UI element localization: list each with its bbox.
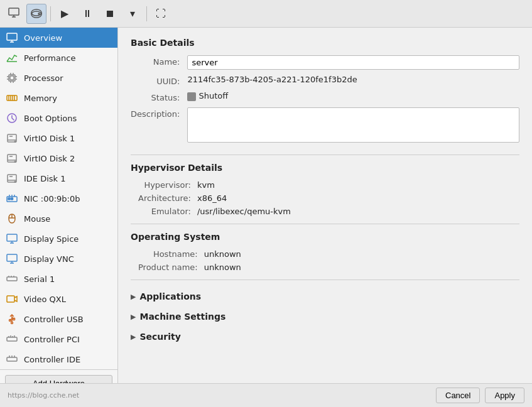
svg-rect-45: [11, 198, 13, 200]
fullscreen-icon: ⛶: [156, 8, 166, 19]
sidebar-item-memory[interactable]: Memory: [0, 88, 117, 108]
description-textarea[interactable]: [187, 107, 519, 143]
svg-point-30: [14, 141, 16, 143]
sidebar-item-label: Video QXL: [24, 295, 66, 304]
sidebar-item-display-vnc[interactable]: Display VNC: [0, 249, 117, 269]
boot-icon: [5, 111, 19, 125]
cancel-button[interactable]: Cancel: [436, 388, 480, 403]
disk-toolbar-button[interactable]: [26, 4, 46, 24]
pci-icon: [5, 332, 19, 346]
pause-toolbar-button[interactable]: ⏸: [77, 4, 97, 24]
fullscreen-toolbar-button[interactable]: ⛶: [151, 4, 171, 24]
svg-rect-70: [7, 357, 17, 361]
vm-toolbar-button[interactable]: [4, 4, 24, 24]
svg-rect-0: [9, 8, 19, 15]
sidebar-item-mouse[interactable]: Mouse: [0, 209, 117, 229]
sidebar-item-label: Display VNC: [24, 254, 74, 264]
sidebar-item-virtio-disk-2[interactable]: VirtIO Disk 2: [0, 148, 117, 168]
hypervisor-label: Hypervisor:: [138, 180, 191, 190]
status-label: Status:: [131, 91, 180, 102]
basic-details-title: Basic Details: [131, 38, 519, 48]
disk-icon: [5, 151, 19, 165]
hypervisor-value: kvm: [197, 180, 519, 190]
sidebar-item-performance[interactable]: Performance: [0, 48, 117, 68]
security-header[interactable]: ▶ Security: [131, 328, 519, 345]
status-icon: [187, 92, 196, 101]
hostname-label: Hostname:: [138, 249, 198, 259]
svg-rect-54: [7, 277, 17, 281]
arrow-icon: ▶: [131, 293, 136, 301]
sidebar-item-label: Memory: [24, 94, 57, 103]
svg-point-7: [38, 13, 40, 14]
sidebar-item-video-qxl[interactable]: Video QXL: [0, 289, 117, 309]
sidebar-item-boot-options[interactable]: Boot Options: [0, 108, 117, 128]
sidebar-footer: Add Hardware: [0, 369, 117, 383]
hypervisor-details-title: Hypervisor Details: [131, 163, 519, 173]
content-area: Basic Details Name: UUID: 2114fc35-873b-…: [118, 28, 532, 383]
applications-section: ▶ Applications: [131, 288, 519, 305]
dropdown-toolbar-button[interactable]: ▾: [122, 4, 143, 24]
applications-header[interactable]: ▶ Applications: [131, 288, 519, 305]
disk-icon: [5, 131, 19, 145]
svg-rect-44: [8, 198, 10, 200]
chevron-down-icon: ▾: [130, 8, 135, 19]
divider-2: [131, 224, 519, 224]
arrow-icon: ▶: [131, 333, 136, 341]
divider-1: [131, 155, 519, 155]
machine-settings-header[interactable]: ▶ Machine Settings: [131, 308, 519, 325]
security-section: ▶ Security: [131, 328, 519, 345]
description-label: Description:: [131, 107, 180, 119]
sidebar-item-label: VirtIO Disk 2: [24, 154, 75, 163]
display-spice-icon: [5, 232, 19, 246]
sidebar-item-display-spice[interactable]: Display Spice: [0, 229, 117, 249]
sidebar-item-processor[interactable]: Processor: [0, 68, 117, 88]
emulator-value: /usr/libexec/qemu-kvm: [197, 207, 519, 216]
sidebar-item-serial-1[interactable]: Serial 1: [0, 269, 117, 289]
uuid-value: 2114fc35-873b-4205-a221-120fe1f3b2de: [187, 75, 519, 84]
sidebar-item-ide-disk-1[interactable]: IDE Disk 1: [0, 168, 117, 188]
sidebar-item-controller-ide[interactable]: Controller IDE: [0, 349, 117, 369]
name-input[interactable]: [187, 55, 519, 70]
hostname-value: unknown: [204, 249, 519, 259]
sidebar-item-label: IDE Disk 1: [24, 174, 66, 183]
sidebar-item-label: Controller PCI: [24, 335, 80, 344]
status-value: Shutoff: [187, 91, 519, 101]
svg-rect-58: [7, 296, 14, 302]
footer: https://blog.cche.net Cancel Apply: [0, 383, 532, 407]
machine-settings-section: ▶ Machine Settings: [131, 308, 519, 325]
play-toolbar-button[interactable]: ▶: [55, 4, 75, 24]
memory-icon: [5, 91, 19, 105]
sidebar-item-label: Processor: [24, 73, 63, 83]
arrow-icon: ▶: [131, 313, 136, 321]
ide-icon: [5, 352, 19, 366]
sidebar-item-controller-usb[interactable]: Controller USB: [0, 309, 117, 329]
svg-rect-48: [7, 234, 17, 241]
stop-toolbar-button[interactable]: ⏹: [100, 4, 120, 24]
sidebar-item-virtio-disk-1[interactable]: VirtIO Disk 1: [0, 128, 117, 148]
toolbar-separator-2: [146, 6, 147, 21]
cpu-icon: [5, 71, 19, 85]
sidebar-item-controller-pci[interactable]: Controller PCI: [0, 329, 117, 349]
operating-system-title: Operating System: [131, 232, 519, 242]
hypervisor-grid: Hypervisor: kvm Architecture: x86_64 Emu…: [138, 180, 519, 216]
sidebar-item-overview[interactable]: Overview: [0, 28, 117, 48]
emulator-label: Emulator:: [138, 207, 191, 216]
name-label: Name:: [131, 55, 180, 67]
applications-label: Applications: [139, 291, 201, 301]
svg-rect-65: [7, 337, 17, 341]
sidebar-item-label: Overview: [24, 33, 62, 43]
name-value: [187, 55, 519, 70]
sidebar-item-label: Serial 1: [24, 274, 55, 284]
apply-button[interactable]: Apply: [485, 388, 524, 403]
sidebar-item-label: Performance: [24, 53, 75, 63]
sidebar-item-label: Controller IDE: [24, 355, 80, 364]
monitor-icon: [8, 6, 20, 21]
sidebar: Overview Performance: [0, 28, 118, 383]
add-hardware-button[interactable]: Add Hardware: [5, 375, 112, 383]
chart-icon: [5, 51, 19, 65]
disk-icon: [5, 171, 19, 185]
sidebar-item-nic[interactable]: NIC :00:9b:0b: [0, 188, 117, 209]
nic-icon: [5, 192, 19, 205]
security-label: Security: [139, 332, 180, 342]
toolbar: ▶ ⏸ ⏹ ▾ ⛶: [0, 0, 532, 28]
